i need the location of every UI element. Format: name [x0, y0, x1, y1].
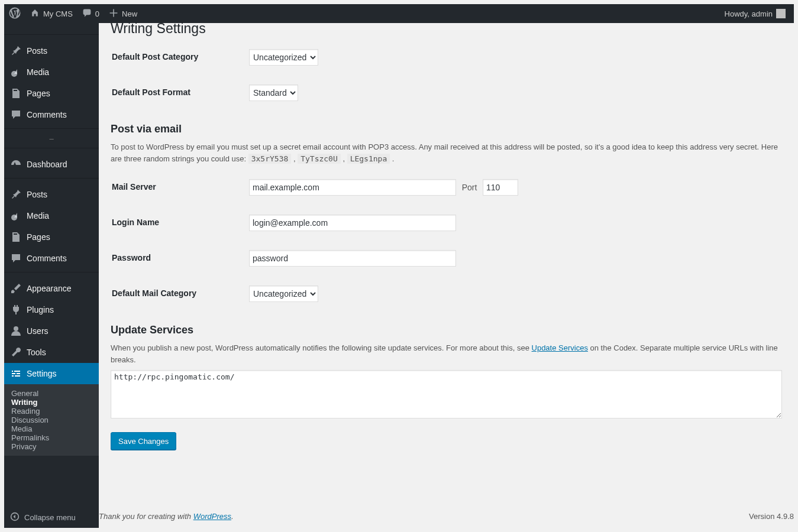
sidebar-item-comments[interactable]: Comments [4, 104, 99, 125]
sidebar-item-pages[interactable]: Pages [4, 83, 99, 104]
login-name-label: Login Name [112, 206, 242, 240]
update-services-link[interactable]: Update Services [532, 343, 588, 352]
media-icon [10, 210, 22, 222]
sidebar-item-dashboard[interactable]: Dashboard [4, 154, 99, 175]
gauge-icon [10, 158, 22, 170]
collapse-menu[interactable]: Collapse menu [4, 507, 99, 528]
sidebar-item-users[interactable]: Users [4, 320, 99, 342]
sidebar-item-media-b[interactable]: Media [4, 205, 99, 226]
admin-footer: Thank you for creating with WordPress. V… [99, 501, 794, 528]
random-code-1: 3x5rY538 [248, 154, 292, 164]
plus-icon [109, 8, 118, 20]
mail-server-input[interactable] [249, 179, 456, 196]
sidebar-item-plugins[interactable]: Plugins [4, 299, 99, 320]
update-services-heading: Update Services [111, 324, 782, 336]
default-category-select[interactable]: Uncategorized [249, 49, 318, 66]
version-text: Version 4.9.8 [749, 512, 794, 521]
pin-icon [10, 45, 22, 57]
post-via-email-heading: Post via email [111, 123, 782, 135]
mail-category-label: Default Mail Category [112, 277, 242, 311]
password-label: Password [112, 241, 242, 275]
password-input[interactable] [249, 250, 456, 267]
login-name-input[interactable] [249, 215, 456, 231]
sidebar-item-posts-b[interactable]: Posts [4, 184, 99, 205]
page-title: Writing Settings [111, 23, 782, 39]
account-link[interactable]: Howdy, admin [720, 4, 790, 23]
save-button[interactable]: Save Changes [111, 432, 176, 450]
wordpress-link[interactable]: WordPress [193, 512, 231, 521]
default-category-label: Default Post Category [112, 40, 242, 74]
new-label: New [122, 9, 137, 18]
brush-icon [10, 283, 22, 294]
wordpress-icon [9, 7, 21, 21]
mail-category-select[interactable]: Uncategorized [249, 286, 318, 302]
port-input[interactable] [483, 179, 518, 196]
site-name-link[interactable]: My CMS [25, 4, 77, 23]
comment-icon [10, 252, 22, 264]
ping-sites-textarea[interactable]: http://rpc.pingomatic.com/ [111, 370, 782, 419]
user-icon [10, 325, 22, 337]
howdy-text: Howdy, admin [725, 9, 773, 18]
comments-link[interactable]: 0 [77, 4, 104, 23]
gauge-icon [10, 23, 22, 24]
sidebar-item-pages-b[interactable]: Pages [4, 226, 99, 248]
sidebar-item-comments-b[interactable]: Comments [4, 248, 99, 269]
new-content-link[interactable]: New [104, 4, 142, 23]
sliders-icon [10, 368, 22, 379]
home-icon [30, 8, 40, 20]
wp-logo-menu[interactable] [4, 4, 25, 23]
comments-count: 0 [95, 9, 99, 18]
sidebar-item-truncated[interactable]: Dashboard [4, 23, 99, 29]
port-label: Port [462, 183, 477, 192]
sidebar-item-tools[interactable]: Tools [4, 342, 99, 363]
submenu-privacy[interactable]: Privacy [4, 439, 44, 454]
admin-toolbar: My CMS 0 New Howdy, admin [4, 4, 794, 23]
comment-icon [82, 8, 92, 20]
svg-point-2 [14, 326, 18, 331]
settings-submenu: General Writing Reading Discussion Media… [4, 384, 99, 456]
default-format-label: Default Post Format [112, 76, 242, 110]
page-icon [10, 231, 22, 243]
default-format-select[interactable]: Standard [249, 85, 298, 101]
wrench-icon [10, 346, 22, 358]
comment-icon [10, 109, 22, 121]
admin-menu: Dashboard Posts Media Pages Comments – D… [4, 23, 99, 384]
page-icon [10, 87, 22, 99]
plug-icon [10, 304, 22, 316]
main-content: Writing Settings Default Post Category U… [99, 23, 794, 528]
pin-icon [10, 189, 22, 200]
mail-server-label: Mail Server [112, 170, 242, 205]
post-via-email-desc: To post to WordPress by email you must s… [111, 141, 782, 164]
sidebar-item-posts[interactable]: Posts [4, 40, 99, 61]
site-name: My CMS [43, 9, 73, 18]
avatar-icon [776, 9, 786, 18]
random-code-2: TyTszc0U [298, 154, 341, 164]
update-services-desc: When you publish a new post, WordPress a… [111, 342, 782, 365]
media-icon [10, 66, 22, 78]
sidebar-item-appearance[interactable]: Appearance [4, 278, 99, 299]
collapse-icon [10, 512, 20, 523]
sidebar-item-media[interactable]: Media [4, 61, 99, 83]
random-code-3: LEgs1npa [347, 154, 390, 164]
admin-sidebar: Dashboard Posts Media Pages Comments – D… [4, 23, 99, 528]
sidebar-item-settings[interactable]: Settings [4, 363, 99, 384]
